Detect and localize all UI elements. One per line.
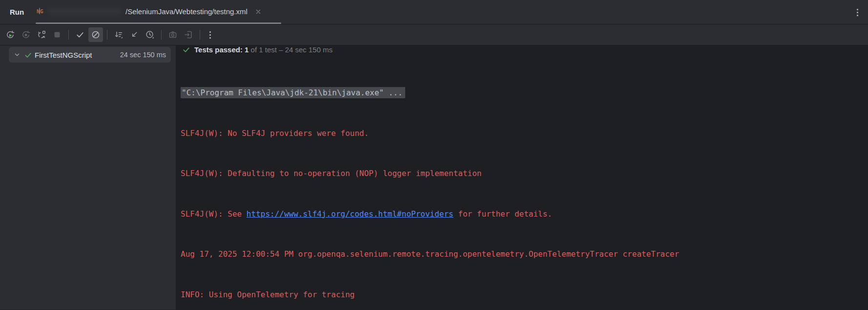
console-line: "C:\Program Files\Java\jdk-21\bin\java.e… — [181, 86, 868, 100]
show-ignored-button[interactable] — [88, 27, 103, 42]
sort-by-duration-icon — [114, 30, 124, 40]
run-toolbar — [0, 24, 868, 45]
show-passed-button[interactable] — [73, 27, 87, 42]
test-passed-check-icon — [24, 51, 32, 59]
console-output: "C:\Program Files\Java\jdk-21\bin\java.e… — [176, 54, 868, 310]
tool-window-title: Run — [10, 8, 24, 16]
tab-testng-xml[interactable]: NG /SeleniumJava/Webtesting/testng.xml — [36, 0, 281, 23]
rerun-button[interactable] — [3, 27, 18, 42]
toolbar-divider — [107, 30, 107, 40]
toggle-auto-test-button[interactable] — [34, 27, 49, 42]
import-test-results-button[interactable] — [181, 27, 196, 42]
chevron-down-icon[interactable] — [13, 50, 21, 59]
tree-row-firsttestngscript[interactable]: FirstTestNGScript 24 sec 150 ms — [9, 47, 171, 63]
rerun-icon — [5, 30, 15, 40]
toggle-auto-test-icon — [37, 30, 46, 40]
rerun-failed-tests-icon — [21, 30, 31, 40]
show-passed-check-icon — [75, 30, 85, 40]
test-history-clock-icon — [145, 30, 155, 40]
console-line: INFO: Using OpenTelemetry for tracing — [181, 288, 868, 302]
redacted-path-blur — [48, 8, 122, 15]
screenshot-button[interactable] — [165, 27, 180, 42]
toolbar-more-kebab-icon[interactable] — [204, 29, 216, 41]
scroll-to-bottom-button[interactable] — [127, 27, 142, 42]
test-duration: 24 sec 150 ms — [120, 51, 166, 59]
tab-label: /SeleniumJava/Webtesting/testng.xml — [125, 7, 248, 16]
console-panel: Tests passed: 1 of 1 test – 24 sec 150 m… — [176, 45, 868, 310]
console-line: SLF4J(W): No SLF4J providers were found. — [181, 127, 868, 140]
console-line: SLF4J(W): See https://www.slf4j.org/code… — [181, 207, 868, 221]
arrow-down-left-icon — [129, 30, 139, 40]
testng-icon: NG — [36, 7, 44, 16]
slf4j-link[interactable]: https://www.slf4j.org/codes.html#noProvi… — [247, 209, 454, 219]
stop-button[interactable] — [50, 27, 64, 42]
toolbar-divider — [200, 30, 200, 40]
show-ignored-icon — [91, 30, 101, 40]
console-line: SLF4J(W): Defaulting to no-operation (NO… — [181, 167, 868, 180]
panel-options-kebab-icon[interactable] — [851, 6, 863, 18]
sort-by-duration-button[interactable] — [111, 27, 126, 42]
screenshot-camera-icon — [168, 30, 178, 40]
stop-icon — [52, 30, 62, 40]
status-passed-count: Tests passed: 1 — [194, 45, 248, 54]
toolbar-divider — [68, 30, 69, 40]
test-history-button[interactable] — [143, 27, 157, 42]
selected-console-text: "C:\Program Files\Java\jdk-21\bin\java.e… — [181, 87, 405, 98]
test-name: FirstTestNGScript — [35, 51, 92, 59]
rerun-failed-tests-button[interactable] — [19, 27, 33, 42]
console-line: Aug 17, 2025 12:00:54 PM org.openqa.sele… — [181, 247, 868, 261]
test-status-bar: Tests passed: 1 of 1 test – 24 sec 150 m… — [176, 45, 868, 54]
status-detail: of 1 test – 24 sec 150 ms — [248, 45, 332, 54]
run-tool-window-header: Run NG /SeleniumJava/Webtesting/testng.x… — [0, 0, 868, 24]
active-tab-underline — [36, 22, 281, 24]
tests-passed-check-icon — [182, 45, 190, 54]
test-tree-panel: FirstTestNGScript 24 sec 150 ms — [0, 45, 176, 310]
toolbar-divider — [161, 30, 162, 40]
close-tab-icon[interactable] — [254, 8, 262, 16]
import-test-results-icon — [184, 30, 193, 40]
